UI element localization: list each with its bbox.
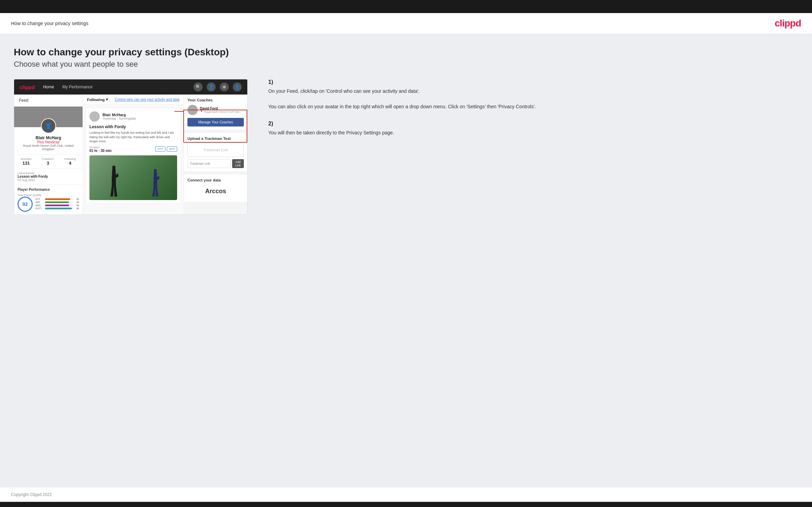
connect-section: Connect your data Arccos [184,175,247,202]
main-content: How to change your privacy settings (Des… [0,34,812,487]
annotation-arrow-line [174,111,183,112]
nav-home[interactable]: Home [43,85,54,89]
duration-row: Duration 01 hr : 30 min OTT APP [89,146,177,153]
right-sidebar: Your Coaches David Ford 📍 Royal North De… [184,95,247,214]
bar-ott: OTT 90 [35,198,79,200]
profile-stats: Activities 131 Followers 3 Following 4 [14,154,83,169]
page-title: How to change your privacy settings [11,21,88,26]
add-link-button[interactable]: Add Link [232,159,244,168]
activity-title: Lesson with Fordy [89,124,177,129]
profile-avatar: 👤 [41,118,56,133]
nav-my-performance[interactable]: My Performance [62,85,93,89]
activity-user-avatar [89,111,100,122]
location-icon[interactable]: ⊕ [220,82,229,91]
site-footer: Copyright Clippd 2022 [0,487,812,502]
coach-avatar [187,105,198,115]
app-body: Feed 👤 Blair McHarg Plus Handicap Royal … [14,95,247,214]
activity-photo [89,155,177,200]
feed-tab[interactable]: Feed [14,95,83,107]
stat-following: Following 4 [64,157,76,166]
manage-coaches-button[interactable]: Manage Your Coaches [187,118,244,126]
coaches-section: Your Coaches David Ford 📍 Royal North De… [184,95,247,130]
person-icon[interactable]: 👤 [207,82,216,91]
instruction-1: 1) On your Feed, click/tap on 'Control w… [268,79,798,110]
tag-ott: OTT [155,146,165,152]
tpq-row: 92 OTT 90 APP 85 [18,197,79,212]
app-logo: clippd [20,84,35,90]
app-nav: clippd Home My Performance 🔍 👤 ⊕ 👤 [14,79,247,95]
bottom-bar [0,502,812,507]
site-header: How to change your privacy settings clip… [0,13,812,34]
bar-arg: ARG 86 [35,204,79,207]
stat-activities: Activities 131 [21,157,32,166]
activity-tags: OTT APP [155,146,177,152]
stat-followers: Followers 3 [42,157,54,166]
control-privacy-link[interactable]: Control who can see your activity and da… [115,98,180,101]
activity-description: Looking to feel like my hands are exitin… [89,131,177,144]
trackman-placeholder: Trackman Link [187,143,244,157]
app-mockup: clippd Home My Performance 🔍 👤 ⊕ 👤 Feed … [14,79,248,215]
search-icon[interactable]: 🔍 [194,82,203,91]
profile-club: Royal North Devon Golf Club, United King… [17,144,80,151]
latest-activity: Latest Activity Lesson with Fordy 03 Aug… [14,169,83,185]
tag-app: APP [167,146,177,152]
guide-title: How to change your privacy settings (Des… [14,47,798,58]
coach-item: David Ford 📍 Royal North Devon Golf Club [187,105,244,115]
bar-putt: PUTT 96 [35,207,79,210]
clippd-logo: clippd [775,18,801,29]
player-performance: Player Performance Total Player Quality … [14,185,83,214]
tpq-bars: OTT 90 APP 85 ARG [35,198,79,210]
profile-banner: 👤 [14,107,83,127]
avatar-icon[interactable]: 👤 [233,82,242,91]
feed-panel: Following ▾ Control who can see your act… [83,95,184,214]
instruction-2: 2) You will then be taken directly to th… [268,121,798,136]
following-bar: Following ▾ Control who can see your act… [83,95,184,105]
activity-card: Blair McHarg Yesterday · Sunningdale Les… [86,108,181,204]
coach-club: 📍 Royal North Devon Golf Club [200,110,239,113]
bar-app: APP 85 [35,201,79,203]
tpq-circle: 92 [18,197,33,212]
arccos-brand: Arccos [187,184,244,198]
profile-name: Blair McHarg [17,135,80,140]
golfer-silhouette-left [107,166,121,197]
following-button[interactable]: Following ▾ [87,97,108,102]
trackman-input-row: Add Link [187,159,244,168]
trackman-input[interactable] [187,159,231,168]
instructions-column: 1) On your Feed, click/tap on 'Control w… [261,79,798,147]
top-bar [0,0,812,13]
profile-handicap: Plus Handicap [17,140,80,144]
two-col-layout: clippd Home My Performance 🔍 👤 ⊕ 👤 Feed … [14,79,798,215]
nav-icons: 🔍 👤 ⊕ 👤 [194,82,242,91]
trackman-section: Upload a Trackman Test Trackman Link Add… [184,133,247,172]
golfer-silhouette-right [149,169,161,197]
guide-subtitle: Choose what you want people to see [14,60,798,69]
copyright-text: Copyright Clippd 2022 [11,492,52,497]
activity-user: Blair McHarg Yesterday · Sunningdale [89,111,177,122]
coaches-title: Your Coaches [187,98,244,102]
left-panel: Feed 👤 Blair McHarg Plus Handicap Royal … [14,95,83,214]
